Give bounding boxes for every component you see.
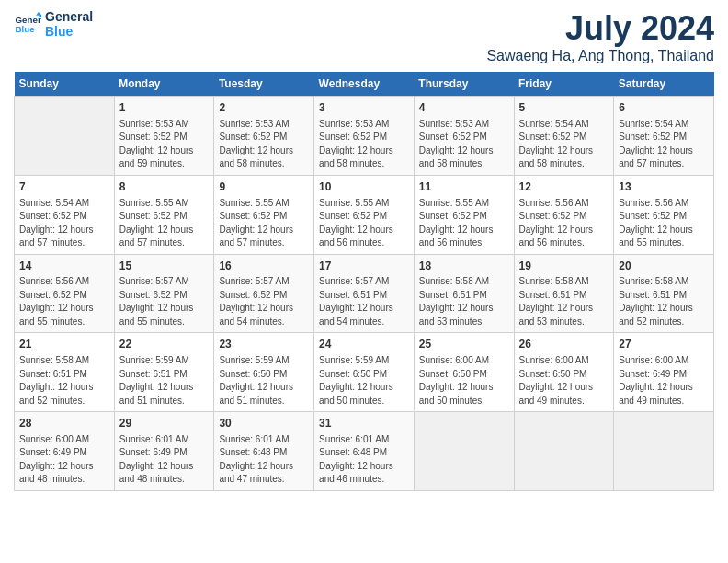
day-number: 9 [219, 179, 309, 195]
cell-info: Sunrise: 5:58 AM Sunset: 6:51 PM Dayligh… [619, 275, 709, 328]
calendar-cell: 12Sunrise: 5:56 AM Sunset: 6:52 PM Dayli… [514, 175, 614, 254]
week-row-3: 14Sunrise: 5:56 AM Sunset: 6:52 PM Dayli… [15, 254, 714, 333]
header-thursday: Thursday [414, 72, 514, 97]
cell-info: Sunrise: 5:59 AM Sunset: 6:50 PM Dayligh… [319, 354, 409, 408]
day-number: 25 [419, 337, 509, 352]
calendar-cell: 8Sunrise: 5:55 AM Sunset: 6:52 PM Daylig… [114, 175, 214, 254]
day-number: 28 [19, 416, 109, 431]
cell-info: Sunrise: 5:53 AM Sunset: 6:52 PM Dayligh… [219, 118, 309, 171]
calendar-cell: 14Sunrise: 5:56 AM Sunset: 6:52 PM Dayli… [15, 254, 115, 333]
logo-general: General [45, 9, 93, 24]
header-tuesday: Tuesday [214, 72, 314, 97]
calendar-cell: 1Sunrise: 5:53 AM Sunset: 6:52 PM Daylig… [114, 97, 214, 176]
cell-info: Sunrise: 5:54 AM Sunset: 6:52 PM Dayligh… [619, 118, 709, 171]
calendar-cell [514, 412, 614, 491]
logo: General Blue General Blue [14, 9, 93, 39]
calendar-cell: 16Sunrise: 5:57 AM Sunset: 6:52 PM Dayli… [214, 254, 314, 333]
header-wednesday: Wednesday [314, 72, 415, 97]
day-number: 3 [319, 100, 409, 116]
day-number: 14 [19, 259, 109, 274]
day-number: 30 [219, 416, 309, 431]
cell-info: Sunrise: 5:54 AM Sunset: 6:52 PM Dayligh… [519, 118, 609, 171]
calendar-cell: 13Sunrise: 5:56 AM Sunset: 6:52 PM Dayli… [614, 175, 714, 254]
calendar-cell: 23Sunrise: 5:59 AM Sunset: 6:50 PM Dayli… [214, 333, 314, 412]
svg-text:Blue: Blue [16, 24, 36, 34]
day-number: 20 [619, 259, 709, 274]
calendar-cell: 21Sunrise: 5:58 AM Sunset: 6:51 PM Dayli… [15, 333, 115, 412]
cell-info: Sunrise: 6:01 AM Sunset: 6:49 PM Dayligh… [119, 433, 210, 487]
day-number: 13 [619, 179, 709, 195]
calendar-cell: 9Sunrise: 5:55 AM Sunset: 6:52 PM Daylig… [214, 175, 314, 254]
calendar-cell: 30Sunrise: 6:01 AM Sunset: 6:48 PM Dayli… [214, 412, 314, 491]
day-number: 8 [119, 179, 210, 195]
calendar-cell: 29Sunrise: 6:01 AM Sunset: 6:49 PM Dayli… [114, 412, 214, 491]
calendar-cell: 22Sunrise: 5:59 AM Sunset: 6:51 PM Dayli… [114, 333, 214, 412]
calendar-cell [15, 97, 115, 176]
day-number: 11 [419, 179, 509, 195]
cell-info: Sunrise: 5:56 AM Sunset: 6:52 PM Dayligh… [619, 197, 709, 250]
calendar-cell: 27Sunrise: 6:00 AM Sunset: 6:49 PM Dayli… [614, 333, 714, 412]
day-number: 2 [219, 100, 309, 116]
calendar-cell: 18Sunrise: 5:58 AM Sunset: 6:51 PM Dayli… [414, 254, 514, 333]
day-number: 17 [319, 259, 409, 274]
location-title: Sawaeng Ha, Ang Thong, Thailand [486, 48, 714, 64]
day-number: 5 [519, 100, 609, 116]
calendar-cell: 2Sunrise: 5:53 AM Sunset: 6:52 PM Daylig… [214, 97, 314, 176]
cell-info: Sunrise: 5:54 AM Sunset: 6:52 PM Dayligh… [19, 197, 109, 250]
cell-info: Sunrise: 5:57 AM Sunset: 6:51 PM Dayligh… [319, 275, 409, 328]
calendar-cell: 3Sunrise: 5:53 AM Sunset: 6:52 PM Daylig… [314, 97, 415, 176]
cell-info: Sunrise: 6:00 AM Sunset: 6:49 PM Dayligh… [19, 433, 109, 487]
day-number: 1 [119, 100, 210, 116]
cell-info: Sunrise: 6:00 AM Sunset: 6:50 PM Dayligh… [419, 354, 509, 408]
day-number: 31 [319, 416, 409, 431]
day-number: 27 [619, 337, 709, 352]
day-number: 18 [419, 259, 509, 274]
cell-info: Sunrise: 5:53 AM Sunset: 6:52 PM Dayligh… [119, 118, 210, 171]
day-number: 4 [419, 100, 509, 116]
calendar-cell: 25Sunrise: 6:00 AM Sunset: 6:50 PM Dayli… [414, 333, 514, 412]
day-number: 10 [319, 179, 409, 195]
cell-info: Sunrise: 5:55 AM Sunset: 6:52 PM Dayligh… [319, 197, 409, 250]
cell-info: Sunrise: 5:59 AM Sunset: 6:50 PM Dayligh… [219, 354, 309, 408]
day-number: 19 [519, 259, 609, 274]
calendar-cell: 20Sunrise: 5:58 AM Sunset: 6:51 PM Dayli… [614, 254, 714, 333]
header-monday: Monday [114, 72, 214, 97]
calendar-cell: 31Sunrise: 6:01 AM Sunset: 6:48 PM Dayli… [314, 412, 415, 491]
day-number: 16 [219, 259, 309, 274]
week-row-2: 7Sunrise: 5:54 AM Sunset: 6:52 PM Daylig… [15, 175, 714, 254]
header-sunday: Sunday [15, 72, 115, 97]
day-number: 29 [119, 416, 210, 431]
cell-info: Sunrise: 6:01 AM Sunset: 6:48 PM Dayligh… [219, 433, 309, 487]
cell-info: Sunrise: 5:58 AM Sunset: 6:51 PM Dayligh… [419, 275, 509, 328]
calendar-cell: 24Sunrise: 5:59 AM Sunset: 6:50 PM Dayli… [314, 333, 415, 412]
cell-info: Sunrise: 5:55 AM Sunset: 6:52 PM Dayligh… [419, 197, 509, 250]
day-number: 23 [219, 337, 309, 352]
calendar-cell: 4Sunrise: 5:53 AM Sunset: 6:52 PM Daylig… [414, 97, 514, 176]
calendar-cell: 15Sunrise: 5:57 AM Sunset: 6:52 PM Dayli… [114, 254, 214, 333]
month-year-title: July 2024 [486, 9, 714, 48]
day-number: 15 [119, 259, 210, 274]
day-number: 26 [519, 337, 609, 352]
week-row-1: 1Sunrise: 5:53 AM Sunset: 6:52 PM Daylig… [15, 97, 714, 176]
calendar-cell: 19Sunrise: 5:58 AM Sunset: 6:51 PM Dayli… [514, 254, 614, 333]
calendar-cell [614, 412, 714, 491]
day-number: 12 [519, 179, 609, 195]
week-row-4: 21Sunrise: 5:58 AM Sunset: 6:51 PM Dayli… [15, 333, 714, 412]
cell-info: Sunrise: 5:59 AM Sunset: 6:51 PM Dayligh… [119, 354, 210, 408]
svg-text:General: General [16, 15, 42, 25]
calendar-cell: 11Sunrise: 5:55 AM Sunset: 6:52 PM Dayli… [414, 175, 514, 254]
calendar-cell: 7Sunrise: 5:54 AM Sunset: 6:52 PM Daylig… [15, 175, 115, 254]
cell-info: Sunrise: 5:53 AM Sunset: 6:52 PM Dayligh… [319, 118, 409, 171]
logo-blue: Blue [45, 24, 93, 39]
calendar-cell [414, 412, 514, 491]
day-number: 6 [619, 100, 709, 116]
cell-info: Sunrise: 5:55 AM Sunset: 6:52 PM Dayligh… [119, 197, 210, 250]
day-number: 21 [19, 337, 109, 352]
cell-info: Sunrise: 5:56 AM Sunset: 6:52 PM Dayligh… [519, 197, 609, 250]
cell-info: Sunrise: 5:57 AM Sunset: 6:52 PM Dayligh… [219, 275, 309, 328]
day-number: 22 [119, 337, 210, 352]
calendar-cell: 17Sunrise: 5:57 AM Sunset: 6:51 PM Dayli… [314, 254, 415, 333]
header-friday: Friday [514, 72, 614, 97]
cell-info: Sunrise: 5:56 AM Sunset: 6:52 PM Dayligh… [19, 275, 109, 328]
day-number: 7 [19, 179, 109, 195]
